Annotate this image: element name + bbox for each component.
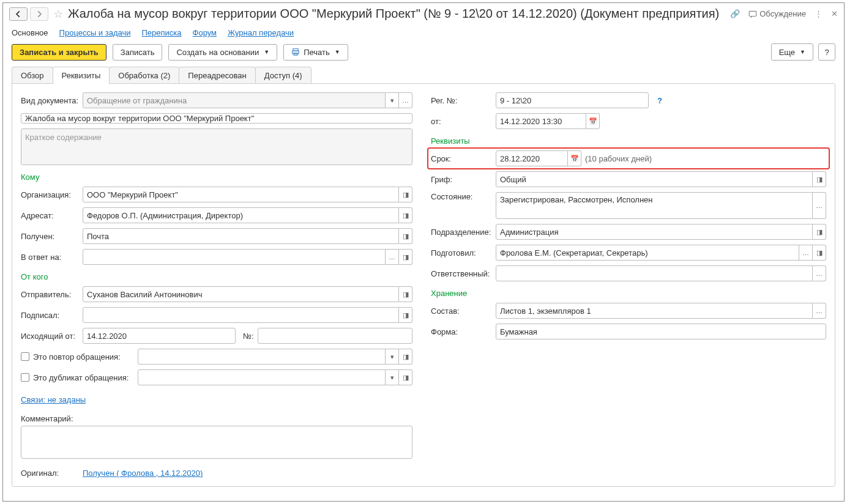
open-icon[interactable]: ◨	[399, 207, 412, 223]
open-icon[interactable]: ◨	[399, 307, 412, 323]
req-section-title: Реквизиты	[431, 136, 826, 146]
deadline-highlight: Срок: 28.12.2020 📅 (10 рабочих дней)	[427, 147, 830, 169]
addressee-input[interactable]: Федоров О.П. (Администрация, Директор)	[83, 207, 399, 223]
duplicate-ref-input[interactable]	[138, 369, 386, 385]
reply-to-input[interactable]	[83, 249, 386, 265]
org-label: Организация:	[21, 190, 79, 199]
from-section-title: От кого	[21, 272, 412, 281]
open-icon[interactable]: ◨	[813, 171, 826, 187]
repeat-ref-input[interactable]	[138, 349, 386, 365]
grif-label: Гриф:	[431, 175, 492, 184]
grif-input[interactable]: Общий	[496, 171, 813, 187]
links-link[interactable]: Связи: не заданы	[21, 395, 86, 404]
dept-input[interactable]: Администрация	[496, 224, 813, 240]
outgoing-no-label: №:	[243, 332, 254, 341]
titlebar: ☆ Жалоба на мусор вокруг территории ООО …	[3, 3, 844, 23]
summary-textarea[interactable]: Краткое содержание	[21, 128, 412, 165]
main-tab-correspondence[interactable]: Переписка	[142, 28, 182, 37]
comment-textarea[interactable]	[21, 426, 412, 459]
from-date-input[interactable]: 14.12.2020 13:30	[496, 113, 586, 129]
more-button[interactable]: Еще▼	[771, 43, 813, 61]
sub-tab-forwarded[interactable]: Переадресован	[179, 67, 255, 84]
favorite-star-icon[interactable]: ☆	[53, 7, 63, 21]
state-input[interactable]: Зарегистрирован, Рассмотрен, Исполнен	[496, 192, 813, 219]
ellipsis-icon[interactable]: …	[386, 249, 399, 265]
discuss-button[interactable]: Обсуждение	[748, 9, 806, 18]
ellipsis-icon[interactable]: …	[813, 192, 826, 219]
signed-input[interactable]	[83, 307, 399, 323]
ellipsis-icon[interactable]: …	[399, 92, 412, 108]
reply-to-label: В ответ на:	[21, 253, 79, 262]
create-based-button[interactable]: Создать на основании▼	[168, 44, 277, 61]
responsible-input[interactable]	[496, 265, 813, 281]
kebab-menu-icon[interactable]: ⋮	[815, 9, 823, 18]
open-icon[interactable]: ◨	[399, 187, 412, 202]
calendar-icon[interactable]: 📅	[568, 150, 581, 166]
content-panel: Вид документа: Обращение от гражданина ▾…	[12, 83, 835, 487]
link-icon[interactable]: 🔗	[730, 9, 740, 18]
sender-label: Отправитель:	[21, 290, 79, 299]
repeat-checkbox[interactable]	[21, 352, 29, 361]
calendar-icon[interactable]: 📅	[586, 113, 600, 129]
outgoing-no-input[interactable]	[258, 328, 412, 344]
save-button[interactable]: Записать	[113, 44, 163, 61]
print-label: Печать	[304, 48, 330, 57]
ellipsis-icon[interactable]: …	[813, 265, 826, 281]
dropdown-icon[interactable]: ▾	[386, 369, 399, 385]
main-tab-main[interactable]: Основное	[12, 28, 48, 37]
doc-type-label: Вид документа:	[21, 96, 79, 105]
main-tabs: Основное Процессы и задачи Переписка Фор…	[3, 23, 844, 43]
sender-input[interactable]: Суханов Василий Антонинович	[83, 286, 399, 302]
received-input[interactable]: Почта	[83, 228, 399, 244]
outgoing-date-input[interactable]: 14.12.2020	[83, 328, 236, 344]
sub-tab-requisites[interactable]: Реквизиты	[53, 67, 110, 84]
open-icon[interactable]: ◨	[399, 369, 412, 385]
dropdown-icon[interactable]: ▾	[386, 92, 399, 108]
help-button[interactable]: ?	[818, 43, 835, 61]
open-icon[interactable]: ◨	[813, 224, 826, 240]
from-date-label: от:	[431, 117, 492, 126]
arrow-right-icon	[35, 10, 43, 18]
left-column: Вид документа: Обращение от гражданина ▾…	[21, 92, 412, 478]
deadline-input[interactable]: 28.12.2020	[496, 150, 568, 166]
comment-label: Комментарий:	[21, 414, 73, 423]
open-icon[interactable]: ◨	[399, 249, 412, 265]
composition-input[interactable]: Листов 1, экземпляров 1	[496, 303, 813, 319]
main-tab-forum[interactable]: Форум	[193, 28, 217, 37]
document-window: ☆ Жалоба на мусор вокруг территории ООО …	[2, 2, 845, 502]
duplicate-checkbox[interactable]	[21, 373, 29, 382]
form-input[interactable]: Бумажная	[496, 324, 826, 339]
main-tab-processes[interactable]: Процессы и задачи	[59, 28, 131, 37]
org-input[interactable]: ООО "Меркурий Проект"	[83, 187, 399, 202]
ellipsis-icon[interactable]: …	[799, 245, 813, 261]
original-label: Оригинал:	[21, 469, 79, 478]
prepared-input[interactable]: Фролова Е.М. (Секретариат, Секретарь)	[496, 245, 799, 261]
help-icon[interactable]: ?	[657, 96, 662, 105]
to-section-title: Кому	[21, 172, 412, 182]
addressee-label: Адресат:	[21, 211, 79, 220]
open-icon[interactable]: ◨	[399, 286, 412, 302]
open-icon[interactable]: ◨	[813, 245, 826, 261]
repeat-label: Это повтор обращения:	[33, 352, 121, 361]
original-link[interactable]: Получен ( Фролова , 14.12.2020)	[83, 469, 203, 478]
duplicate-label: Это дубликат обращения:	[33, 373, 129, 382]
print-button[interactable]: Печать▼	[283, 44, 348, 61]
open-icon[interactable]: ◨	[399, 228, 412, 244]
create-based-label: Создать на основании	[176, 48, 259, 57]
ellipsis-icon[interactable]: …	[813, 303, 826, 319]
outgoing-date-label: Исходящий от:	[21, 332, 79, 341]
doc-type-value: Обращение от гражданина	[83, 92, 386, 108]
nav-back-button[interactable]	[9, 7, 28, 21]
sub-tab-processing[interactable]: Обработка (2)	[109, 67, 179, 84]
reg-no-input[interactable]: 9 - 12\20	[496, 92, 649, 108]
dropdown-icon[interactable]: ▾	[386, 349, 399, 365]
nav-forward-button[interactable]	[30, 7, 48, 21]
discuss-label: Обсуждение	[759, 9, 806, 18]
open-icon[interactable]: ◨	[399, 349, 412, 365]
sub-tab-access[interactable]: Доступ (4)	[255, 67, 312, 84]
save-close-button[interactable]: Записать и закрыть	[12, 44, 106, 61]
subject-input[interactable]: Жалоба на мусор вокруг территории ООО "М…	[21, 113, 412, 124]
close-button[interactable]: ✕	[831, 9, 838, 18]
main-tab-journal[interactable]: Журнал передачи	[228, 28, 294, 37]
sub-tab-overview[interactable]: Обзор	[12, 67, 53, 84]
